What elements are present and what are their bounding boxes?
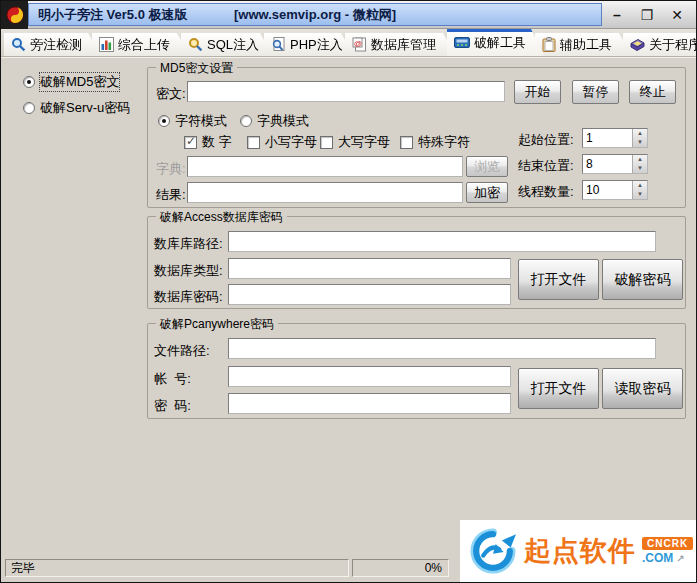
account-input[interactable] xyxy=(228,366,511,387)
encrypt-button[interactable]: 加密 xyxy=(466,182,508,203)
checkbox-uppercase[interactable]: 大写字母 xyxy=(320,133,390,151)
group-title: 破解Access数据库密码 xyxy=(156,209,287,226)
stop-button[interactable]: 终止 xyxy=(629,80,676,104)
progress-text: 0% xyxy=(425,561,442,575)
start-button[interactable]: 开始 xyxy=(514,80,561,104)
checkbox-label: 大写字母 xyxy=(338,133,390,151)
spinner-up-icon[interactable]: ▲ xyxy=(633,181,647,190)
db-path-input[interactable] xyxy=(228,231,656,252)
cncrk-logo-icon xyxy=(470,528,516,574)
thread-count-value[interactable] xyxy=(583,181,632,199)
close-button[interactable]: ✕ xyxy=(666,5,688,24)
tab-php-injection[interactable]: PHP注入 xyxy=(264,33,354,56)
pause-button[interactable]: 暂停 xyxy=(572,80,619,104)
app-icon-area xyxy=(1,1,28,29)
checkbox-icon xyxy=(320,136,333,149)
pca-open-file-button[interactable]: 打开文件 xyxy=(518,368,599,409)
account-label: 帐 号: xyxy=(154,370,191,388)
tab-crack-tools[interactable]: 破解工具 xyxy=(447,29,544,56)
svg-text:@: @ xyxy=(354,39,362,48)
radio-crack-md5[interactable]: 破解MD5密文 xyxy=(23,73,119,91)
spinner-down-icon[interactable]: ▼ xyxy=(633,164,647,173)
pcanywhere-crack-group: 破解Pcanywhere密码 文件路径: 帐 号: 密 码: 打开文件 读取密码 xyxy=(147,323,686,419)
access-crack-password-button[interactable]: 破解密码 xyxy=(602,259,683,300)
radio-char-mode[interactable]: 字符模式 xyxy=(158,112,227,130)
maximize-button[interactable]: ❐ xyxy=(636,5,658,24)
db-password-input[interactable] xyxy=(228,284,511,305)
checkbox-digits[interactable]: 数 字 xyxy=(184,133,232,151)
radio-label: 字典模式 xyxy=(257,112,309,130)
access-open-file-button[interactable]: 打开文件 xyxy=(518,259,599,300)
pca-read-password-button[interactable]: 读取密码 xyxy=(602,368,683,409)
file-path-label: 文件路径: xyxy=(154,342,210,360)
progress-panel: 0% xyxy=(352,559,449,577)
watermark-badge: CNCRK xyxy=(642,537,693,550)
tab-upload[interactable]: 综合上传 xyxy=(92,33,190,56)
access-crack-group: 破解Access数据库密码 数库库路径: 数据库类型: 数据库密码: 打开文件 … xyxy=(147,216,686,309)
dict-label: 字典: xyxy=(156,160,186,178)
password-input[interactable] xyxy=(228,393,511,414)
title-bar[interactable]: 明小子旁注 Ver5.0 极速版 [www.semvip.org - 微粒网] … xyxy=(1,1,696,29)
tab-label: 数据库管理 xyxy=(371,36,436,54)
yin-yang-app-icon xyxy=(6,6,24,24)
tab-side-note-check[interactable]: 旁注检测 xyxy=(4,33,101,56)
group-title: 破解Pcanywhere密码 xyxy=(156,316,278,333)
result-input[interactable] xyxy=(187,182,463,203)
radio-icon xyxy=(240,115,252,127)
thread-count-spinner[interactable]: ▲▼ xyxy=(582,180,648,200)
checkbox-label: 特殊字符 xyxy=(418,133,470,151)
window-title: 明小子旁注 Ver5.0 极速版 xyxy=(38,6,188,24)
thread-count-label: 线程数量: xyxy=(518,183,574,201)
tab-sql-injection[interactable]: SQL注入 xyxy=(181,33,273,56)
tab-database-manage[interactable]: @ 数据库管理 xyxy=(345,33,456,56)
checkbox-icon xyxy=(400,136,413,149)
db-type-input[interactable] xyxy=(228,258,511,279)
radio-dict-mode[interactable]: 字典模式 xyxy=(240,112,309,130)
browse-button[interactable]: 浏览 xyxy=(466,156,508,177)
spinner-up-icon[interactable]: ▲ xyxy=(633,129,647,138)
watermark-badge-stack: CNCRK .COM↗ xyxy=(642,537,693,565)
radio-icon xyxy=(23,76,35,88)
checkbox-special-chars[interactable]: 特殊字符 xyxy=(400,133,470,151)
book-icon xyxy=(630,38,645,52)
tab-label: 关于程序 xyxy=(649,36,697,54)
tab-helper-tools[interactable]: 辅助工具 xyxy=(535,33,632,56)
magnifier-page-icon xyxy=(271,37,286,52)
clipboard-icon xyxy=(542,37,556,52)
md5-settings-group: MD5密文设置 密文: 开始 暂停 终止 字符模式 字典模式 数 字 小写字母 xyxy=(147,67,686,208)
spinner-up-icon[interactable]: ▲ xyxy=(633,155,647,164)
result-label: 结果: xyxy=(156,186,186,204)
db-path-label: 数库库路径: xyxy=(154,235,223,253)
checkbox-lowercase[interactable]: 小写字母 xyxy=(247,133,317,151)
group-title: MD5密文设置 xyxy=(156,60,237,77)
tab-label: 破解工具 xyxy=(474,34,526,52)
radio-crack-servu[interactable]: 破解Serv-u密码 xyxy=(23,99,130,117)
watermark-tld: .COM↗ xyxy=(642,551,685,565)
spinner-down-icon[interactable]: ▼ xyxy=(633,138,647,147)
minimize-button[interactable]: – xyxy=(606,5,628,24)
tab-label: 综合上传 xyxy=(118,36,170,54)
cncrk-watermark: 起点软件 CNCRK .COM↗ xyxy=(460,520,696,582)
spinner-down-icon[interactable]: ▼ xyxy=(633,190,647,199)
end-pos-value[interactable] xyxy=(583,155,632,173)
radio-icon xyxy=(23,102,35,114)
ciphertext-input[interactable] xyxy=(187,81,505,102)
magnifier-blue-icon xyxy=(11,37,26,52)
tab-label: 旁注检测 xyxy=(30,36,82,54)
share-icon: ↗ xyxy=(676,553,684,564)
radio-label: 破解MD5密文 xyxy=(40,73,119,91)
end-pos-spinner[interactable]: ▲▼ xyxy=(582,154,648,174)
checkbox-icon xyxy=(184,136,197,149)
tab-about[interactable]: 关于程序 xyxy=(623,33,697,56)
database-page-icon: @ xyxy=(352,37,367,52)
tab-label: 辅助工具 xyxy=(560,36,612,54)
checkbox-icon xyxy=(247,136,260,149)
db-password-label: 数据库密码: xyxy=(154,288,223,306)
start-pos-spinner[interactable]: ▲▼ xyxy=(582,128,648,148)
watermark-brand-text: 起点软件 xyxy=(524,533,636,569)
file-path-input[interactable] xyxy=(228,338,656,359)
dict-input[interactable] xyxy=(187,156,463,177)
start-pos-value[interactable] xyxy=(583,129,632,147)
status-message-panel: 完毕 xyxy=(5,559,349,577)
start-pos-label: 起始位置: xyxy=(518,131,574,149)
